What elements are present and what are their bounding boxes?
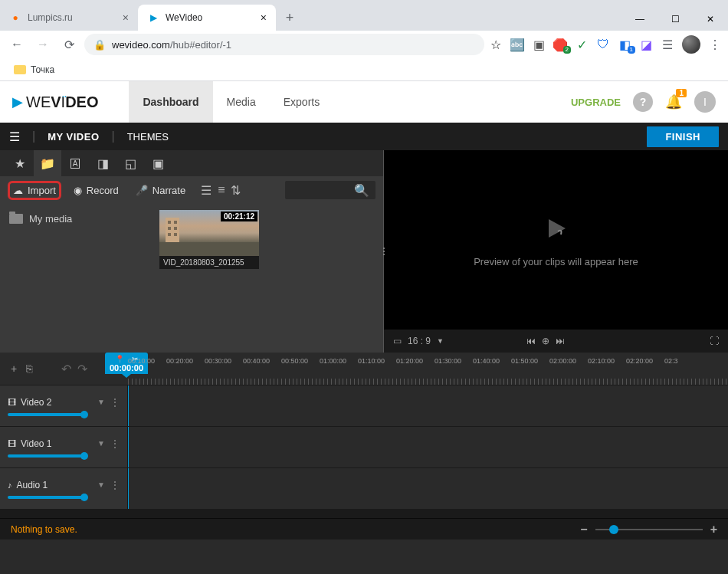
prev-button[interactable]: ⏮	[526, 336, 536, 346]
tab-dashboard[interactable]: Dashboard	[129, 81, 212, 123]
browser-title-bar: ● Lumpics.ru × ▶ WeVideo × + — ☐ ✕	[0, 0, 728, 31]
resize-handle[interactable]	[382, 240, 386, 263]
ext-shield-icon[interactable]: 🛡	[596, 38, 610, 51]
address-bar: ← → ⟳ 🔒 wevideo.com/hub#editor/-1 ☆ 🔤 ▣ …	[0, 31, 728, 58]
close-window-button[interactable]: ✕	[693, 8, 728, 31]
minimize-button[interactable]: —	[622, 8, 657, 31]
timeline-ruler[interactable]: + ⎘ ↶ ↷ 📍✂ 00:00:00 00:10:0000:20:0000:3…	[0, 353, 728, 385]
track-menu-button[interactable]: ⋮	[110, 479, 120, 491]
tab-exports[interactable]: Exports	[270, 81, 333, 123]
folder-list: My media	[0, 204, 153, 353]
ext-check-icon[interactable]: ✓	[575, 38, 589, 51]
search-input[interactable]: 🔍	[285, 181, 375, 199]
ext-purple-icon[interactable]: ◪	[639, 38, 653, 51]
back-button[interactable]: ←	[6, 34, 28, 55]
track-video-2: 🎞 Video 2 ▼ ⋮	[0, 385, 728, 426]
tab-media[interactable]: Media	[213, 81, 270, 123]
add-track-button[interactable]: +	[11, 362, 17, 375]
user-avatar[interactable]: I	[694, 91, 716, 113]
hamburger-icon[interactable]: ☰	[9, 130, 20, 144]
profile-avatar[interactable]	[682, 35, 700, 54]
sort-asc-icon[interactable]: ⇅	[231, 183, 241, 198]
menu-icon[interactable]: ⋮	[708, 38, 722, 51]
track-body[interactable]	[128, 427, 728, 467]
record-button[interactable]: ◉ Record	[69, 182, 123, 199]
tab-title: WeVideo	[166, 12, 202, 23]
narrate-label: Narrate	[152, 185, 185, 196]
lock-icon: 🔒	[93, 39, 106, 51]
preview-placeholder-text: Preview of your clips will appear here	[474, 256, 638, 267]
window-controls: — ☐ ✕	[622, 8, 728, 31]
narrate-button[interactable]: 🎤 Narrate	[131, 182, 190, 199]
sort-list-icon[interactable]: ☰	[201, 183, 212, 198]
ruler-mark: 02:00:00	[549, 357, 588, 379]
new-tab-button[interactable]: +	[279, 7, 300, 28]
chevron-down-icon[interactable]: ▼	[437, 337, 444, 345]
media-clip[interactable]: 00:21:12 VID_20180803_201255	[159, 210, 259, 269]
chevron-down-icon[interactable]: ▼	[97, 398, 105, 406]
upgrade-button[interactable]: UPGRADE	[571, 97, 621, 108]
track-body[interactable]	[128, 385, 728, 426]
marker-icon: 📍	[115, 355, 124, 363]
sub-header: ☰ | MY VIDEO | THEMES FINISH	[0, 123, 728, 150]
notifications-button[interactable]: 🔔 1	[665, 93, 682, 110]
display-icon[interactable]: ▭	[393, 336, 402, 346]
forward-button[interactable]: →	[32, 34, 54, 55]
zoom-out-button[interactable]: −	[580, 523, 587, 536]
finish-button[interactable]: FINISH	[647, 126, 719, 147]
bookmark-item[interactable]: Точка	[9, 61, 59, 78]
close-tab-icon[interactable]: ×	[123, 11, 129, 24]
chevron-down-icon[interactable]: ▼	[97, 439, 105, 448]
copy-button[interactable]: ⎘	[26, 362, 32, 375]
timeline-scrollbar[interactable]	[0, 509, 728, 518]
timeline: + ⎘ ↶ ↷ 📍✂ 00:00:00 00:10:0000:20:0000:3…	[0, 353, 728, 518]
next-button[interactable]: ⏭	[556, 336, 565, 346]
mic-icon: 🎤	[136, 185, 148, 196]
opacity-slider[interactable]	[8, 454, 84, 458]
ruler-mark: 00:10:00	[128, 357, 166, 379]
media-tab[interactable]: 📁	[34, 150, 61, 176]
app-header: ▶ WEVIDEO Dashboard Media Exports UPGRAD…	[0, 81, 728, 123]
opacity-slider[interactable]	[8, 413, 84, 416]
maximize-button[interactable]: ☐	[657, 8, 693, 31]
track-menu-button[interactable]: ⋮	[110, 438, 120, 450]
preview-placeholder-icon	[541, 213, 572, 244]
graphics-tab[interactable]: ◱	[116, 150, 144, 176]
reading-list-icon[interactable]: ☰	[661, 38, 674, 51]
chevron-down-icon[interactable]: ▼	[97, 481, 105, 489]
ext-cube-icon[interactable]: ◧1	[618, 38, 631, 51]
url-input[interactable]: 🔒 wevideo.com/hub#editor/-1	[84, 34, 484, 55]
track-body[interactable]	[128, 468, 728, 509]
browser-tab-wevideo[interactable]: ▶ WeVideo ×	[138, 5, 276, 31]
backgrounds-tab[interactable]: ▣	[144, 150, 172, 176]
favorites-tab[interactable]: ★	[6, 150, 34, 176]
themes-link[interactable]: THEMES	[127, 131, 169, 143]
record-icon: ◉	[74, 185, 82, 196]
track-label: Video 1	[21, 438, 51, 449]
close-tab-icon[interactable]: ×	[261, 11, 267, 24]
undo-button[interactable]: ↶	[61, 362, 71, 376]
fullscreen-icon[interactable]: ⛶	[710, 336, 719, 346]
redo-button[interactable]: ↷	[77, 362, 87, 376]
project-name[interactable]: MY VIDEO	[48, 131, 99, 143]
zoom-slider[interactable]	[595, 529, 703, 530]
browser-tab-lumpics[interactable]: ● Lumpics.ru ×	[0, 5, 138, 31]
text-tab[interactable]: A	[61, 150, 89, 176]
wevideo-logo[interactable]: ▶ WEVIDEO	[12, 93, 98, 111]
track-menu-button[interactable]: ⋮	[110, 396, 120, 408]
ext-translate-icon[interactable]: 🔤	[510, 38, 524, 51]
ext-adblock-icon[interactable]: 🛑2	[553, 38, 567, 51]
help-button[interactable]: ?	[633, 92, 653, 112]
star-icon[interactable]: ☆	[489, 38, 503, 51]
volume-slider[interactable]	[8, 496, 84, 499]
transitions-tab[interactable]: ◨	[89, 150, 116, 176]
aspect-ratio-label[interactable]: 16 : 9	[408, 336, 431, 346]
play-button[interactable]: ⊕	[542, 336, 549, 346]
sort-filter-icon[interactable]: ≡	[218, 183, 225, 198]
folder-my-media[interactable]: My media	[6, 210, 147, 228]
zoom-in-button[interactable]: +	[710, 523, 717, 536]
ext-qr-icon[interactable]: ▣	[532, 38, 546, 51]
clip-name: VID_20180803_201255	[159, 256, 259, 269]
import-button[interactable]: ☁ Import	[8, 181, 61, 200]
reload-button[interactable]: ⟳	[58, 34, 80, 55]
